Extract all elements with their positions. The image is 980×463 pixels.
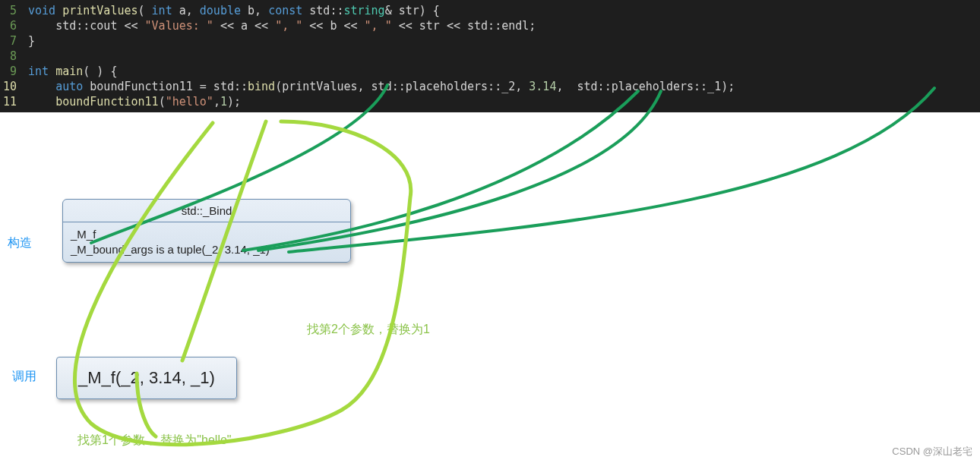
code-content: void printValues( int a, double b, const… (21, 3, 440, 18)
box-header: std::_Bind (63, 200, 350, 222)
line-number: 7 (0, 33, 21, 49)
code-line: 5 void printValues( int a, double b, con… (0, 3, 980, 18)
line-number: 5 (0, 3, 21, 18)
box-line-mf: _M_f (71, 227, 343, 242)
code-line: 6 std::cout << "Values: " << a << ", " <… (0, 18, 980, 33)
code-line: 11 boundFunction11("hello",1); (0, 94, 980, 109)
code-line: 10 auto boundFunction11 = std::bind(prin… (0, 79, 980, 94)
code-line: 8 (0, 49, 980, 64)
code-content: boundFunction11("hello",1); (21, 94, 241, 109)
code-content: auto boundFunction11 = std::bind(printVa… (21, 79, 735, 94)
code-content: int main( ) { (21, 64, 117, 79)
watermark: CSDN @深山老宅 (892, 445, 972, 458)
line-number: 10 (0, 79, 21, 94)
code-line: 7 } (0, 33, 980, 49)
line-number: 9 (0, 64, 21, 79)
box-body: _M_f _M_bound_args is a tuple(_2, 3.14, … (63, 222, 350, 262)
box-line-args: _M_bound_args is a tuple(_2, 3.14, _1) (71, 242, 343, 257)
bind-object-box: std::_Bind _M_f _M_bound_args is a tuple… (62, 199, 351, 263)
code-content: std::cout << "Values: " << a << ", " << … (21, 18, 536, 33)
line-number: 8 (0, 49, 21, 64)
call-box: _M_f(_2, 3.14, _1) (56, 357, 237, 399)
code-block: 5 void printValues( int a, double b, con… (0, 0, 980, 112)
call-label: 调用 (12, 369, 36, 385)
line-number: 11 (0, 94, 21, 109)
code-line: 9 int main( ) { (0, 64, 980, 79)
line-number: 6 (0, 18, 21, 33)
code-content: } (21, 33, 35, 49)
annotation-replace1: 找第1个参数， 替换为"hello" (77, 433, 232, 449)
construct-label: 构造 (8, 235, 32, 251)
annotation-replace2: 找第2个参数，替换为1 (307, 322, 430, 338)
